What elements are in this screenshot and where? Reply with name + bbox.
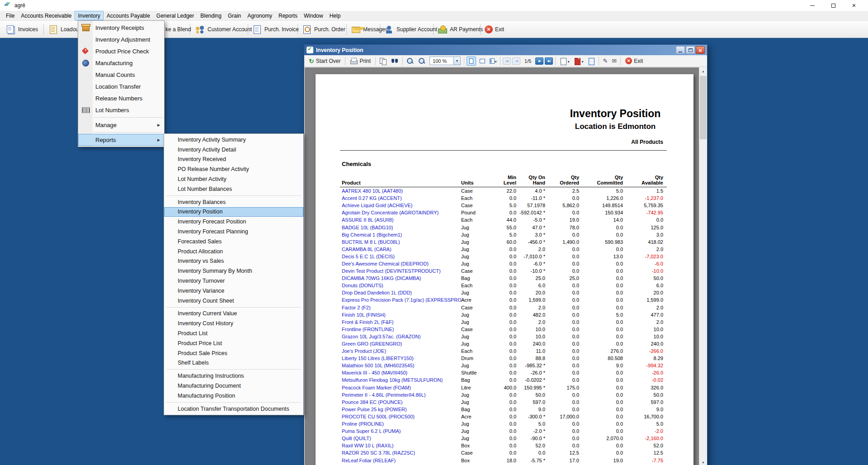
submenu-item-inventory-summary-by-month[interactable]: Inventory Summary By Month <box>164 266 303 276</box>
menubar-item-accounts-receivable[interactable]: Accounts Receivable <box>18 11 75 20</box>
close-button[interactable] <box>844 0 864 11</box>
menubar-item-agronomy[interactable]: Agronomy <box>244 11 275 20</box>
product-link[interactable]: Metsulfuron Flexibag 10kg (METSULFURON) <box>342 376 461 384</box>
next-page-button[interactable] <box>535 57 543 65</box>
product-link[interactable]: Maverick III - 450 (MAVIII450) <box>342 369 461 376</box>
submenu-item-product-sale-prices[interactable]: Product Sale Prices <box>164 348 303 358</box>
submenu-item-shelf-labels[interactable]: Shelf Labels <box>164 358 303 368</box>
report-exit-button[interactable]: Exit <box>623 57 645 65</box>
submenu-item-inventory-vs-sales[interactable]: Inventory vs Sales <box>164 256 303 266</box>
product-link[interactable]: Pounce 384 EC (POUNCE) <box>342 399 461 406</box>
product-link[interactable]: ReLeaf Foliar (RELEAF) <box>342 457 461 464</box>
submenu-item-inventory-cost-history[interactable]: Inventory Cost History <box>164 318 303 328</box>
submenu-item-inventory-received[interactable]: Inventory Received <box>164 155 303 165</box>
submenu-item-location-transfer-transportation-documents[interactable]: Location Transfer Transportation Documen… <box>164 404 303 414</box>
product-link[interactable]: Factor 2 (F2) <box>342 304 461 311</box>
export-button[interactable] <box>558 57 571 66</box>
menu-item-manufacturing[interactable]: Manufacturing <box>78 57 164 69</box>
toolbar-supplier-account-button[interactable]: Supplier Account <box>382 23 439 36</box>
view-page-width-button[interactable] <box>477 57 487 66</box>
product-link[interactable]: Power Pulse 25 kg (POWER) <box>342 406 461 413</box>
product-link[interactable]: Drop Dead Dandelion 1L (DDD) <box>342 289 461 296</box>
menu-item-inventory-receipts[interactable]: Inventory Receipts <box>78 22 164 33</box>
product-link[interactable]: Quilt (QUILT) <box>342 435 461 442</box>
product-link[interactable]: Express Pro Precision Pack (7.1g/ac) (EX… <box>342 296 461 304</box>
product-link[interactable]: Perimeter II - 4.86L (PerimeterII4.86L) <box>342 391 461 399</box>
menu-item-manage[interactable]: Manage <box>78 119 164 131</box>
product-link[interactable]: Green GRO (GREENGRO) <box>342 340 461 347</box>
product-link[interactable]: PROCOTE CU 500L (PROC500) <box>342 413 461 420</box>
product-link[interactable]: Puma Super 6.2 L (PUMA) <box>342 427 461 435</box>
edit-button[interactable] <box>601 57 609 65</box>
product-link[interactable]: Dee's Awesome Chemical (DEEPROD) <box>342 260 461 267</box>
submenu-item-product-price-list[interactable]: Product Price List <box>164 338 303 348</box>
product-link[interactable]: Finish 10L (FINISH) <box>342 311 461 318</box>
submenu-item-manufacturing-position[interactable]: Manufacturing Position <box>164 391 303 401</box>
product-link[interactable]: Front & Finish 2L (F&F) <box>342 318 461 326</box>
product-link[interactable]: Grazon 10L Jug/3.57ac. (GRAZON) <box>342 333 461 340</box>
submenu-item-inventory-turnover[interactable]: Inventory Turnover <box>164 276 303 286</box>
product-link[interactable]: Liberty 150 Litres (LIBERTY150) <box>342 355 461 362</box>
scroll-up-button[interactable] <box>699 67 707 75</box>
submenu-item-manufacturing-document[interactable]: Manufacturing Document <box>164 381 303 391</box>
product-link[interactable]: Peacock Foam Marker (FOAM) <box>342 384 461 391</box>
submenu-item-product-list[interactable]: Product List <box>164 328 303 338</box>
product-link[interactable]: CARAMBA 8L (CARA) <box>342 246 461 253</box>
menu-item-lot-numbers[interactable]: Lot Numbers <box>78 104 164 116</box>
submenu-item-inventory-count-sheet[interactable]: Inventory Count Sheet <box>164 296 303 306</box>
view-single-page-button[interactable] <box>467 57 476 66</box>
product-link[interactable]: Decis 5 E.C 1L (DECIS) <box>342 253 461 260</box>
start-over-button[interactable]: Start Over <box>307 57 343 65</box>
scroll-down-button[interactable] <box>699 459 707 465</box>
maximize-button[interactable] <box>823 0 844 11</box>
product-link[interactable]: Accent 0.27 KG (ACCENT) <box>342 195 461 202</box>
submenu-item-inventory-forecast-planning[interactable]: Inventory Forecast Planning <box>164 227 303 237</box>
submenu-item-lot-number-balances[interactable]: Lot Number Balances <box>164 184 303 194</box>
menu-item-reports[interactable]: Reports <box>78 134 164 146</box>
submenu-item-product-allocation[interactable]: Product Allocation <box>164 247 303 256</box>
child-maximize-button[interactable] <box>686 46 695 54</box>
product-link[interactable]: Joe's Product (JOE) <box>342 347 461 355</box>
product-link[interactable]: Proline (PROLINE) <box>342 420 461 427</box>
minimize-button[interactable] <box>802 0 823 11</box>
print-button[interactable]: Print <box>348 57 373 66</box>
submenu-item-inventory-activity-summary[interactable]: Inventory Activity Summary <box>164 135 303 145</box>
menu-item-inventory-adjustment[interactable]: Inventory Adjustment <box>78 33 164 45</box>
product-link[interactable]: RAZOR 250 SC 3.78L (RAZ2SC) <box>342 449 461 456</box>
product-link[interactable]: Agrotain Dry Concentrate (AGROTAINDRY) <box>342 209 461 216</box>
submenu-item-inventory-current-value[interactable]: Inventory Current Value <box>164 309 303 319</box>
product-link[interactable]: BUCTRIL M 8 L (BUC08L) <box>342 238 461 246</box>
toolbar-purchase-order-button[interactable]: Purch. Order <box>300 23 348 36</box>
submenu-item-manufacturing-instructions[interactable]: Manufacturing Instructions <box>164 371 303 381</box>
submenu-item-po-release-number-activity[interactable]: PO Release Number Activity <box>164 164 303 174</box>
toolbar-invoices-button[interactable]: Invoices <box>4 23 40 36</box>
zoom-button[interactable] <box>405 57 415 66</box>
menu-item-release-numbers[interactable]: Release Numbers <box>78 92 164 104</box>
toolbar-customer-account-button[interactable]: Customer Account <box>193 23 254 36</box>
child-close-button[interactable] <box>696 46 705 54</box>
product-link[interactable]: AATREX 480 10L (AAT480) <box>342 187 461 195</box>
first-page-button[interactable] <box>503 57 511 65</box>
export-pdf-button[interactable] <box>572 57 585 66</box>
submenu-item-inventory-variance[interactable]: Inventory Variance <box>164 286 303 296</box>
product-link[interactable]: Donuts (DONUTS) <box>342 282 461 289</box>
submenu-item-inventory-position[interactable]: Inventory Position <box>164 207 303 217</box>
view-multiple-pages-button[interactable] <box>488 57 498 66</box>
product-link[interactable]: Achieve Liquid Gold (ACHIEVE) <box>342 202 461 209</box>
product-link[interactable]: Devin Test Product (DEVINTESTPRODUCT) <box>342 267 461 275</box>
submenu-item-inventory-activity-detail[interactable]: Inventory Activity Detail <box>164 145 303 155</box>
zoom-dropdown-arrow[interactable] <box>453 57 460 65</box>
copy-button[interactable] <box>378 57 388 66</box>
child-minimize-button[interactable] <box>676 46 685 54</box>
submenu-item-inventory-balances[interactable]: Inventory Balances <box>164 197 303 207</box>
menubar-item-accounts-payable[interactable]: Accounts Payable <box>104 11 153 20</box>
menubar-item-help[interactable]: Help <box>326 11 344 20</box>
previous-page-button[interactable] <box>512 57 520 65</box>
menubar-item-reports[interactable]: Reports <box>275 11 301 20</box>
menubar-item-grain[interactable]: Grain <box>225 11 244 20</box>
submenu-item-inventory-forecast-position[interactable]: Inventory Forecast Position <box>164 217 303 227</box>
menubar-item-blending[interactable]: Blending <box>197 11 225 20</box>
menubar-item-window[interactable]: Window <box>301 11 326 20</box>
product-link[interactable]: ASSURE II 8L (ASUII8) <box>342 216 461 223</box>
menubar-item-general-ledger[interactable]: General Ledger <box>153 11 197 20</box>
